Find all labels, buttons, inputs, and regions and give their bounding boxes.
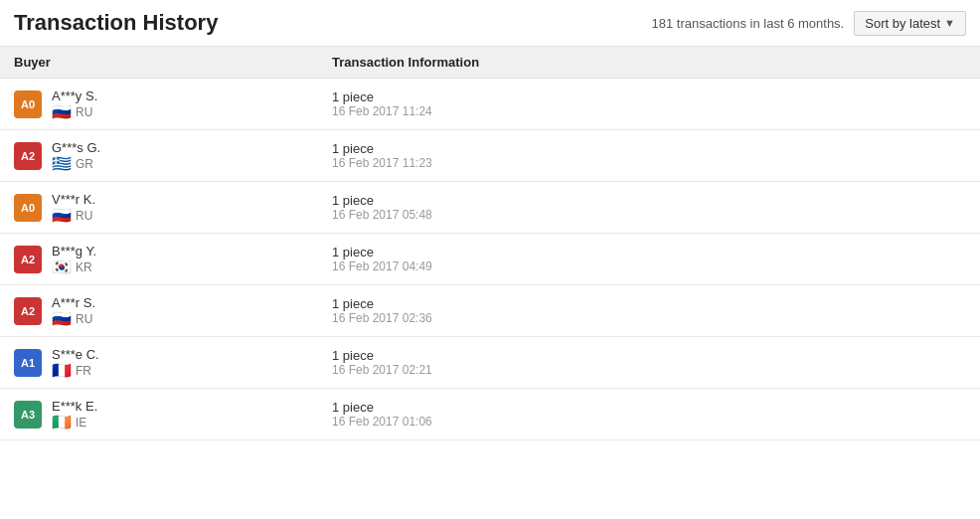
info-cell: 1 piece 16 Feb 2017 04:49 (332, 245, 966, 273)
country-code: IE (76, 416, 86, 430)
flag-icon: 🇰🇷 (52, 261, 72, 274)
info-cell: 1 piece 16 Feb 2017 05:48 (332, 193, 966, 222)
info-cell: 1 piece 16 Feb 2017 11:23 (332, 141, 966, 170)
buyer-info: A***y S. 🇷🇺 RU (52, 88, 97, 119)
transaction-count: 181 transactions in last 6 months. (652, 16, 845, 31)
country-code: RU (76, 312, 92, 326)
buyer-info: G***s G. 🇬🇷 GR (52, 140, 100, 171)
date: 16 Feb 2017 11:24 (332, 104, 966, 118)
quantity: 1 piece (332, 296, 966, 311)
buyer-cell: A2 A***r S. 🇷🇺 RU (14, 295, 332, 326)
table-row: A0 A***y S. 🇷🇺 RU 1 piece 16 Feb 2017 11… (0, 79, 980, 130)
buyer-name: A***r S. (52, 295, 95, 310)
quantity: 1 piece (332, 245, 966, 260)
transaction-list: A0 A***y S. 🇷🇺 RU 1 piece 16 Feb 2017 11… (0, 79, 980, 440)
flag-icon: 🇬🇷 (52, 158, 72, 171)
buyer-name: V***r K. (52, 192, 95, 207)
avatar: A2 (14, 142, 42, 170)
col-info-header: Transaction Information (332, 55, 966, 70)
quantity: 1 piece (332, 348, 966, 363)
header-right: 181 transactions in last 6 months. Sort … (652, 11, 966, 36)
table-row: A3 E***k E. 🇮🇪 IE 1 piece 16 Feb 2017 01… (0, 389, 980, 440)
table-row: A2 B***g Y. 🇰🇷 KR 1 piece 16 Feb 2017 04… (0, 234, 980, 285)
avatar: A0 (14, 90, 42, 118)
buyer-cell: A2 G***s G. 🇬🇷 GR (14, 140, 332, 171)
flag-icon: 🇷🇺 (52, 313, 72, 326)
buyer-country: 🇰🇷 KR (52, 260, 96, 274)
date: 16 Feb 2017 02:36 (332, 311, 966, 325)
table-header: Buyer Transaction Information (0, 47, 980, 79)
sort-arrow-icon: ▼ (944, 17, 955, 29)
date: 16 Feb 2017 05:48 (332, 208, 966, 222)
quantity: 1 piece (332, 400, 966, 415)
avatar: A0 (14, 194, 42, 222)
info-cell: 1 piece 16 Feb 2017 11:24 (332, 89, 966, 118)
buyer-country: 🇷🇺 RU (52, 209, 95, 223)
buyer-country: 🇬🇷 GR (52, 157, 100, 171)
buyer-country: 🇷🇺 RU (52, 312, 95, 326)
quantity: 1 piece (332, 193, 966, 208)
table-row: A0 V***r K. 🇷🇺 RU 1 piece 16 Feb 2017 05… (0, 182, 980, 234)
info-cell: 1 piece 16 Feb 2017 02:36 (332, 296, 966, 325)
col-buyer-header: Buyer (14, 55, 332, 70)
flag-icon: 🇫🇷 (52, 365, 72, 378)
buyer-cell: A2 B***g Y. 🇰🇷 KR (14, 244, 332, 274)
country-code: FR (76, 364, 91, 378)
sort-button[interactable]: Sort by latest ▼ (854, 11, 966, 36)
page-title: Transaction History (14, 10, 218, 36)
table-row: A1 S***e C. 🇫🇷 FR 1 piece 16 Feb 2017 02… (0, 337, 980, 389)
info-cell: 1 piece 16 Feb 2017 01:06 (332, 400, 966, 429)
buyer-cell: A3 E***k E. 🇮🇪 IE (14, 399, 332, 430)
buyer-info: S***e C. 🇫🇷 FR (52, 347, 99, 378)
flag-icon: 🇷🇺 (52, 210, 72, 223)
country-code: KR (76, 260, 92, 274)
buyer-name: G***s G. (52, 140, 100, 155)
table-row: A2 G***s G. 🇬🇷 GR 1 piece 16 Feb 2017 11… (0, 130, 980, 182)
avatar: A2 (14, 246, 42, 273)
buyer-info: E***k E. 🇮🇪 IE (52, 399, 97, 430)
avatar: A2 (14, 297, 42, 325)
buyer-info: A***r S. 🇷🇺 RU (52, 295, 95, 326)
buyer-cell: A1 S***e C. 🇫🇷 FR (14, 347, 332, 378)
avatar: A1 (14, 349, 42, 377)
buyer-cell: A0 V***r K. 🇷🇺 RU (14, 192, 332, 223)
table-row: A2 A***r S. 🇷🇺 RU 1 piece 16 Feb 2017 02… (0, 285, 980, 337)
buyer-country: 🇷🇺 RU (52, 105, 97, 119)
buyer-cell: A0 A***y S. 🇷🇺 RU (14, 88, 332, 119)
country-code: RU (76, 209, 92, 223)
quantity: 1 piece (332, 89, 966, 104)
date: 16 Feb 2017 02:21 (332, 363, 966, 377)
date: 16 Feb 2017 04:49 (332, 260, 966, 273)
buyer-country: 🇫🇷 FR (52, 364, 99, 378)
country-code: GR (76, 157, 93, 171)
flag-icon: 🇷🇺 (52, 106, 72, 119)
date: 16 Feb 2017 01:06 (332, 415, 966, 429)
info-cell: 1 piece 16 Feb 2017 02:21 (332, 348, 966, 377)
country-code: RU (76, 105, 92, 119)
buyer-info: B***g Y. 🇰🇷 KR (52, 244, 96, 274)
page-header: Transaction History 181 transactions in … (0, 0, 980, 47)
buyer-country: 🇮🇪 IE (52, 416, 97, 430)
quantity: 1 piece (332, 141, 966, 156)
avatar: A3 (14, 401, 42, 429)
buyer-name: B***g Y. (52, 244, 96, 259)
buyer-name: S***e C. (52, 347, 99, 362)
date: 16 Feb 2017 11:23 (332, 156, 966, 170)
flag-icon: 🇮🇪 (52, 417, 72, 430)
buyer-info: V***r K. 🇷🇺 RU (52, 192, 95, 223)
buyer-name: A***y S. (52, 88, 97, 103)
buyer-name: E***k E. (52, 399, 97, 414)
sort-label: Sort by latest (865, 16, 940, 31)
